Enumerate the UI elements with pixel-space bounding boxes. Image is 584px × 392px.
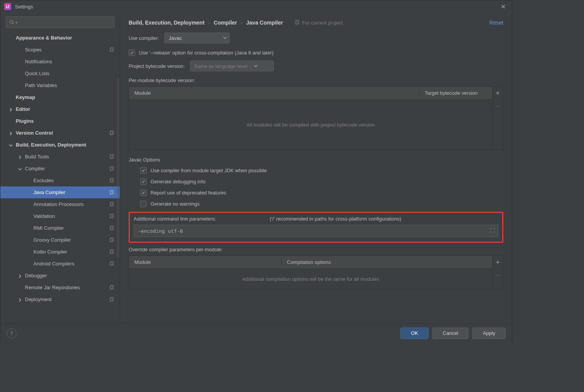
sidebar-item-label: Keymap (16, 94, 35, 100)
project-scope-icon (109, 214, 114, 219)
settings-window: IJ Settings ✕ ▾ Appearance & BehaviorSco… (0, 0, 512, 343)
sidebar-item-debugger[interactable]: Debugger (0, 270, 120, 282)
sidebar-item-excludes[interactable]: Excludes (0, 175, 120, 186)
project-scope-icon (109, 297, 114, 302)
target-jdk-checkbox[interactable] (140, 167, 147, 174)
expand-icon[interactable] (490, 228, 495, 234)
project-scope-icon (109, 154, 114, 160)
sidebar: ▾ Appearance & BehaviorScopesNotificatio… (0, 13, 120, 323)
sidebar-item-label: Quick Lists (25, 71, 50, 76)
cmdline-input[interactable] (134, 225, 498, 237)
project-scope-icon (109, 47, 114, 53)
svg-line-1 (13, 23, 14, 25)
reset-link[interactable]: Reset (489, 20, 503, 26)
sidebar-item-label: Version Control (16, 130, 53, 136)
sidebar-item-label: Excludes (33, 178, 54, 183)
breadcrumb-seg: Java Compiler (246, 20, 283, 26)
chevron-right-icon (9, 131, 13, 135)
sidebar-item-label: Remote Jar Repositories (25, 285, 80, 290)
add-row-button[interactable]: + (493, 256, 503, 269)
sidebar-item-rmi-compiler[interactable]: RMI Compiler (0, 222, 120, 234)
debug-info-label: Generate debugging info (151, 179, 205, 184)
ok-button[interactable]: OK (400, 328, 428, 339)
for-current-project-label: For current project (294, 20, 343, 26)
sidebar-item-keymap[interactable]: Keymap (0, 91, 120, 103)
sidebar-item-deployment[interactable]: Deployment (0, 293, 120, 305)
remove-row-button: − (493, 269, 503, 282)
sidebar-item-label: Plugins (16, 118, 34, 124)
sidebar-item-kotlin-compiler[interactable]: Kotlin Compiler (0, 246, 120, 258)
sidebar-item-annotation-processors[interactable]: Annotation Processors (0, 198, 120, 210)
sidebar-item-label: Kotlin Compiler (33, 249, 67, 255)
table-col-module[interactable]: Module (129, 90, 419, 96)
breadcrumb: Build, Execution, Deployment › Compiler … (129, 20, 283, 26)
chevron-down-icon (18, 166, 23, 171)
sidebar-item-label: Compiler (25, 166, 45, 171)
debug-info-checkbox[interactable] (140, 178, 147, 185)
add-row-button[interactable]: + (493, 87, 503, 100)
sidebar-item-version-control[interactable]: Version Control (0, 127, 120, 139)
project-scope-icon (109, 226, 114, 231)
per-module-label: Per-module bytecode version: (129, 77, 503, 83)
sidebar-item-notifications[interactable]: Notifications (0, 56, 120, 68)
deprecated-checkbox[interactable] (140, 189, 147, 196)
close-icon[interactable]: ✕ (498, 2, 508, 11)
sidebar-item-label: Debugger (25, 273, 47, 278)
project-scope-icon (109, 166, 114, 171)
sidebar-item-label: Groovy Compiler (33, 237, 71, 243)
sidebar-item-appearance-behavior[interactable]: Appearance & Behavior (0, 32, 120, 44)
main-panel: Build, Execution, Deployment › Compiler … (120, 13, 512, 323)
sidebar-item-java-compiler[interactable]: Java Compiler (0, 186, 120, 198)
table-empty-text: Additional compilation options will be t… (129, 269, 492, 289)
project-bytecode-label: Project bytecode version: (129, 63, 185, 69)
sidebar-item-label: Annotation Processors (33, 201, 84, 207)
sidebar-item-label: Build, Execution, Deployment (16, 142, 86, 148)
sidebar-item-path-variables[interactable]: Path Variables (0, 79, 120, 91)
sidebar-item-scopes[interactable]: Scopes (0, 44, 120, 56)
help-button[interactable]: ? (7, 328, 17, 338)
project-scope-icon (109, 237, 114, 243)
table-col-module[interactable]: Module (129, 259, 281, 265)
dialog-footer: ? OK Cancel Apply (0, 323, 512, 343)
remove-row-button: − (493, 100, 503, 113)
use-compiler-select[interactable]: Javac (164, 33, 230, 43)
no-warnings-checkbox[interactable] (140, 201, 147, 207)
table-col-target[interactable]: Target bytecode version (419, 90, 492, 96)
target-jdk-label: Use compiler from module target JDK when… (151, 168, 267, 173)
apply-button[interactable]: Apply (472, 328, 506, 339)
release-option-checkbox[interactable] (129, 49, 135, 56)
project-scope-icon (109, 190, 114, 195)
sidebar-item-label: RMI Compiler (33, 225, 64, 231)
chevron-right-icon: › (241, 20, 242, 25)
scrollbar[interactable] (117, 78, 119, 258)
chevron-right-icon (18, 297, 23, 302)
use-compiler-label: Use compiler: (129, 35, 159, 41)
cancel-button[interactable]: Cancel (432, 328, 468, 339)
sidebar-item-remote-jar-repositories[interactable]: Remote Jar Repositories (0, 282, 120, 293)
sidebar-item-label: Android Compilers (33, 261, 74, 267)
sidebar-item-build-tools[interactable]: Build Tools (0, 151, 120, 163)
search-icon (9, 20, 15, 25)
javac-options-heading: Javac Options (129, 157, 503, 163)
chevron-right-icon: › (208, 20, 210, 25)
chevron-down-icon[interactable] (251, 61, 261, 71)
table-empty-text: All modules will be compiled with projec… (129, 100, 492, 150)
breadcrumb-seg[interactable]: Compiler (214, 20, 237, 26)
search-input[interactable]: ▾ (6, 16, 114, 28)
breadcrumb-seg[interactable]: Build, Execution, Deployment (129, 20, 205, 26)
project-scope-icon (109, 178, 114, 183)
table-col-options[interactable]: Compilation options (281, 259, 492, 265)
sidebar-item-label: Editor (16, 106, 30, 112)
no-warnings-label: Generate no warnings (151, 201, 200, 207)
sidebar-item-validation[interactable]: Validation (0, 210, 120, 222)
sidebar-item-quick-lists[interactable]: Quick Lists (0, 68, 120, 79)
release-option-label: Use '--release' option for cross-compila… (139, 50, 273, 56)
sidebar-item-android-compilers[interactable]: Android Compilers (0, 258, 120, 270)
sidebar-item-build-execution-deployment[interactable]: Build, Execution, Deployment (0, 139, 120, 151)
sidebar-item-editor[interactable]: Editor (0, 103, 120, 115)
sidebar-item-plugins[interactable]: Plugins (0, 115, 120, 127)
project-bytecode-select[interactable]: Same as language level (190, 61, 274, 71)
cmdline-label: Additional command line parameters: (134, 216, 216, 222)
sidebar-item-compiler[interactable]: Compiler (0, 163, 120, 175)
sidebar-item-groovy-compiler[interactable]: Groovy Compiler (0, 234, 120, 246)
